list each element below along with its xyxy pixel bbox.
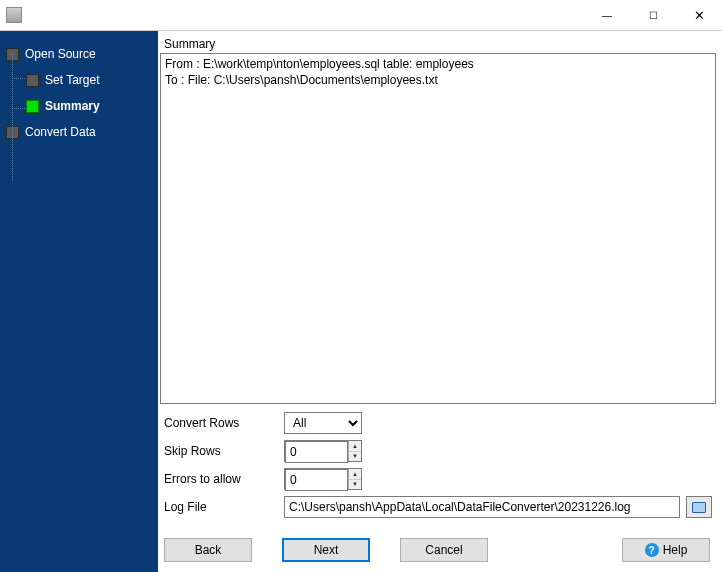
errors-allow-input[interactable] [285,469,348,491]
spinner-down-icon[interactable]: ▼ [349,452,361,462]
minimize-button[interactable]: ― [584,0,630,30]
next-button-label: Next [314,543,339,557]
close-button[interactable]: ✕ [676,0,722,30]
log-file-row: Log File [164,496,712,518]
log-file-input[interactable] [284,496,680,518]
content: Open Source Set Target Summary Convert D… [0,30,722,572]
errors-allow-spinner[interactable]: ▲ ▼ [284,468,362,490]
step-open-source[interactable]: Open Source [6,41,158,67]
errors-allow-row: Errors to allow ▲ ▼ [164,468,712,490]
spinner-up-icon[interactable]: ▲ [349,441,361,452]
back-button-label: Back [195,543,222,557]
cancel-button-label: Cancel [425,543,462,557]
summary-textarea[interactable]: From : E:\work\temp\nton\employees.sql t… [160,53,716,404]
back-button[interactable]: Back [164,538,252,562]
step-node-icon [26,100,39,113]
summary-heading: Summary [160,37,716,53]
maximize-button[interactable]: ☐ [630,0,676,30]
main-panel: Summary From : E:\work\temp\nton\employe… [158,31,722,572]
app-icon [6,7,22,23]
spinner-up-icon[interactable]: ▲ [349,469,361,480]
button-bar: Back Next Cancel ? Help [160,528,716,566]
settings: Convert Rows All Skip Rows ▲ ▼ Errors to… [160,404,716,528]
skip-rows-spinner[interactable]: ▲ ▼ [284,440,362,462]
step-label: Set Target [45,73,99,87]
errors-allow-label: Errors to allow [164,472,284,486]
cancel-button[interactable]: Cancel [400,538,488,562]
next-button[interactable]: Next [282,538,370,562]
convert-rows-select[interactable]: All [284,412,362,434]
step-node-icon [26,74,39,87]
log-file-browse-button[interactable] [686,496,712,518]
convert-rows-row: Convert Rows All [164,412,712,434]
titlebar: ― ☐ ✕ [0,0,722,30]
summary-section: Summary From : E:\work\temp\nton\employe… [160,37,716,404]
sidebar: Open Source Set Target Summary Convert D… [0,31,158,572]
step-set-target[interactable]: Set Target [6,67,158,93]
help-button-label: Help [663,543,688,557]
folder-icon [692,502,706,513]
step-summary[interactable]: Summary [6,93,158,119]
spinner-down-icon[interactable]: ▼ [349,480,361,490]
log-file-label: Log File [164,500,284,514]
step-label: Summary [45,99,100,113]
step-label: Open Source [25,47,96,61]
step-label: Convert Data [25,125,96,139]
skip-rows-row: Skip Rows ▲ ▼ [164,440,712,462]
skip-rows-label: Skip Rows [164,444,284,458]
help-icon: ? [645,543,659,557]
convert-rows-label: Convert Rows [164,416,284,430]
help-button[interactable]: ? Help [622,538,710,562]
step-convert-data[interactable]: Convert Data [6,119,158,145]
skip-rows-input[interactable] [285,441,348,463]
